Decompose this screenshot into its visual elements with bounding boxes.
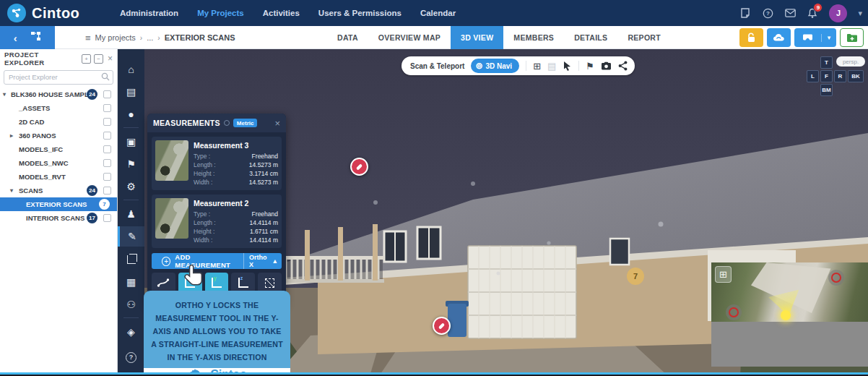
- menu-calendar[interactable]: Calendar: [420, 9, 456, 17]
- tab-members[interactable]: MEMBERS: [503, 26, 564, 49]
- view-left-button[interactable]: L: [807, 70, 819, 82]
- breadcrumb-separator: ›: [140, 34, 142, 42]
- user-avatar[interactable]: J: [829, 4, 847, 22]
- measure-tool-icon[interactable]: ✎: [118, 226, 144, 247]
- view-front-button[interactable]: F: [820, 70, 833, 82]
- screenshot-camera-icon[interactable]: [601, 61, 612, 70]
- lock-button[interactable]: [739, 28, 763, 47]
- view-right-button[interactable]: R: [834, 70, 846, 82]
- expand-arrow-icon[interactable]: ▾: [10, 187, 13, 194]
- breadcrumb-ellipsis[interactable]: ...: [147, 33, 153, 42]
- crop-tool-icon[interactable]: [118, 249, 144, 270]
- tab-overview-map[interactable]: OVERVIEW MAP: [368, 26, 451, 49]
- unit-badge[interactable]: Metric: [233, 119, 258, 127]
- breadcrumb-current: EXTERIOR SCANS: [165, 33, 235, 42]
- tree-item-checkbox[interactable]: [103, 159, 111, 167]
- scan-group-marker[interactable]: 7: [627, 268, 644, 285]
- scan-teleport-mode-button[interactable]: Scan & Teleport: [410, 62, 464, 70]
- explorer-search-input[interactable]: [4, 70, 113, 85]
- current-position-dot[interactable]: [781, 310, 791, 320]
- tree-item-checkbox[interactable]: [103, 90, 111, 98]
- tree-item-checkbox[interactable]: [103, 214, 111, 222]
- close-panel-icon[interactable]: ×: [274, 118, 280, 129]
- measurement-mode-dropdown[interactable]: Ortho X ▴: [243, 253, 282, 269]
- tree-item-assets[interactable]: _ASSETS: [0, 101, 117, 115]
- screen-icon[interactable]: ▣: [118, 132, 144, 152]
- expand-all-icon[interactable]: +: [82, 54, 91, 64]
- annotation-flag-icon[interactable]: ⚑: [586, 61, 594, 72]
- add-folder-button[interactable]: [840, 28, 864, 47]
- view-top-button[interactable]: T: [820, 56, 833, 69]
- menu-administration[interactable]: Administration: [120, 9, 178, 17]
- collapse-panel-icon[interactable]: ‹: [14, 32, 17, 44]
- tree-item-models-rvt[interactable]: MODELS_RVT: [0, 170, 117, 184]
- tree-item-checkbox[interactable]: [103, 173, 111, 181]
- tab-3d-view[interactable]: 3D VIEW: [451, 26, 503, 49]
- measurement-marker-icon[interactable]: [350, 158, 368, 176]
- tag-icon[interactable]: ◈: [118, 322, 144, 342]
- view-bottom-button[interactable]: BM: [820, 84, 833, 96]
- add-measurement-button[interactable]: + ADD MEASUREMENT Ortho X ▴: [152, 253, 282, 269]
- tab-data[interactable]: DATA: [327, 26, 368, 49]
- account-chevron-down-icon[interactable]: ▾: [858, 9, 862, 18]
- expand-arrow-icon[interactable]: ▾: [3, 91, 6, 98]
- tree-item-models-nwc[interactable]: MODELS_NWC: [0, 156, 117, 170]
- tab-report[interactable]: REPORT: [617, 26, 671, 49]
- projection-toggle[interactable]: persp.: [836, 56, 865, 67]
- 3d-navi-mode-button[interactable]: ⊚ 3D Navi: [471, 59, 519, 73]
- mail-icon[interactable]: [784, 7, 796, 19]
- minimap-unmapped-area: [711, 322, 868, 367]
- notifications-bell-icon[interactable]: 9: [807, 7, 818, 19]
- menu-users-permissions[interactable]: Users & Permissions: [318, 9, 402, 17]
- sync-cloud-button[interactable]: [767, 28, 791, 47]
- viewer-options-chevron-icon[interactable]: ▾: [822, 34, 836, 41]
- menu-activities[interactable]: Activities: [263, 9, 300, 17]
- select-cursor-icon[interactable]: [563, 61, 572, 71]
- tree-item-blk360-house-sample[interactable]: ▾ BLK360 HOUSE SAMPLE 24: [0, 87, 117, 101]
- breadcrumb-menu-icon[interactable]: ≡: [85, 33, 91, 43]
- notes-icon[interactable]: [739, 7, 751, 19]
- flag-tool-icon[interactable]: ⚑: [118, 154, 144, 174]
- tree-item-exterior-scans[interactable]: EXTERIOR SCANS 7: [0, 197, 117, 211]
- share-icon[interactable]: [618, 61, 628, 71]
- tree-item-checkbox[interactable]: [103, 187, 111, 195]
- collapse-all-icon[interactable]: −: [94, 54, 103, 64]
- brand-logo[interactable]: Cintoo: [0, 4, 108, 22]
- tree-item-scans[interactable]: ▾ SCANS 24: [0, 184, 117, 197]
- minimap-overlay[interactable]: ⊞: [711, 262, 868, 367]
- layers-toggle-icon[interactable]: ▤: [547, 61, 556, 72]
- close-explorer-icon[interactable]: ×: [108, 54, 113, 64]
- tree-item-interior-scans[interactable]: INTERIOR SCANS 17: [0, 211, 117, 225]
- home-icon[interactable]: ⌂: [118, 59, 144, 80]
- field-label: Type :: [194, 152, 210, 161]
- expand-arrow-icon[interactable]: ▸: [10, 132, 13, 139]
- tree-item-2d-cad[interactable]: 2D CAD: [0, 115, 117, 129]
- vr-viewer-icon[interactable]: [794, 34, 822, 42]
- scan-position-marker[interactable]: [828, 270, 844, 286]
- tree-item-checkbox[interactable]: [103, 104, 111, 112]
- measurement-card[interactable]: Measurement 2 Type :Freehand Length :14.…: [152, 195, 282, 248]
- view-back-button[interactable]: BK: [848, 70, 864, 82]
- settings-gear-icon[interactable]: ⚙: [118, 176, 144, 197]
- tree-item-models-ifc[interactable]: MODELS_IFC: [0, 142, 117, 156]
- help-icon[interactable]: ?: [762, 7, 773, 19]
- scan-position-marker[interactable]: [726, 304, 742, 320]
- grid-toggle-icon[interactable]: ⊞: [533, 61, 541, 72]
- menu-my-projects[interactable]: My Projects: [197, 9, 244, 17]
- breadcrumb-my-projects[interactable]: My projects: [95, 33, 136, 42]
- point-cloud-icon[interactable]: ●: [118, 104, 144, 124]
- measurement-marker-icon[interactable]: [433, 317, 451, 335]
- minimap-grid-icon[interactable]: ⊞: [715, 266, 732, 283]
- tree-item-checkbox[interactable]: [103, 132, 111, 140]
- avatar-share-icon[interactable]: ⚇: [118, 294, 144, 315]
- layers-icon[interactable]: ▤: [118, 82, 144, 102]
- image-tool-icon[interactable]: ▦: [118, 272, 144, 292]
- tree-item-checkbox[interactable]: [103, 118, 111, 126]
- tree-item-checkbox[interactable]: [103, 145, 111, 153]
- measurement-card[interactable]: Measurement 3 Type :Freehand Length :14.…: [152, 137, 282, 190]
- tab-details[interactable]: DETAILS: [564, 26, 617, 49]
- tree-item-360-panos[interactable]: ▸ 360 PANOS: [0, 129, 117, 142]
- tree-view-icon[interactable]: [30, 31, 41, 44]
- teleport-user-icon[interactable]: ♟: [118, 204, 144, 224]
- help-circle-icon[interactable]: ?: [118, 347, 144, 367]
